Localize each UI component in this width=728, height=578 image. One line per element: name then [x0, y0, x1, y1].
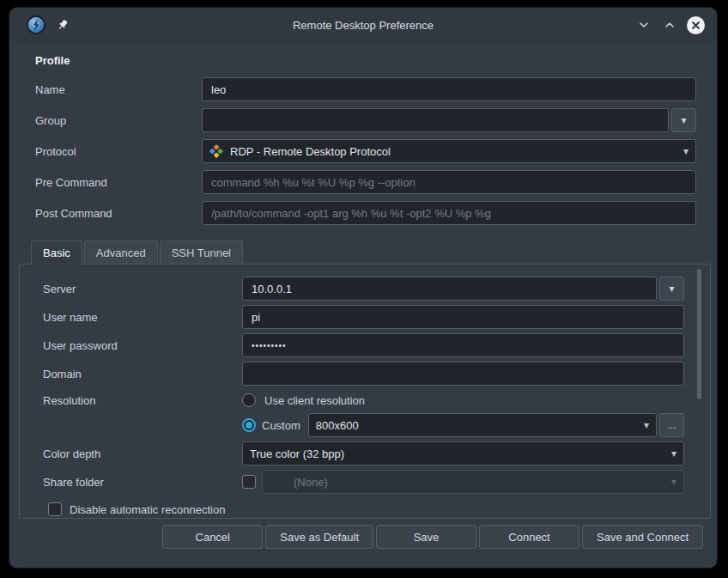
save-and-connect-button[interactable]: Save and Connect: [582, 525, 703, 549]
pre-command-label: Pre Command: [35, 176, 202, 189]
dialog-button-row: Cancel Save as Default Save Connect Save…: [35, 525, 703, 549]
chevron-down-icon: ▾: [681, 114, 686, 126]
basic-tab-panel: Server ▾ User name User password: [19, 264, 711, 519]
color-depth-value: True color (32 bpp): [250, 447, 344, 460]
chevron-down-icon: ▾: [671, 448, 676, 459]
chevron-down-icon: ▾: [671, 477, 676, 487]
profile-section-heading: Profile: [35, 54, 696, 67]
custom-resolution-radio[interactable]: [242, 418, 256, 432]
tab-advanced[interactable]: Advanced: [84, 240, 158, 264]
post-command-input[interactable]: [202, 201, 696, 225]
pre-command-row: Pre Command: [35, 170, 696, 194]
share-folder-select: (None) ▾: [262, 470, 684, 494]
use-client-resolution-radio[interactable]: [242, 393, 256, 407]
use-client-resolution-label: Use client resolution: [264, 394, 365, 407]
resolution-more-button[interactable]: ...: [659, 413, 684, 437]
tab-ssh-tunnel[interactable]: SSH Tunnel: [160, 240, 243, 264]
color-depth-row: Color depth True color (32 bpp) ▾: [43, 441, 684, 465]
custom-resolution-value: 800x600: [316, 419, 359, 432]
username-label: User name: [43, 311, 242, 324]
protocol-select[interactable]: RDP - Remote Desktop Protocol ▾: [202, 139, 696, 163]
custom-resolution-label: Custom: [262, 419, 300, 432]
tab-bar: Basic Advanced SSH Tunnel: [31, 240, 711, 264]
color-depth-select[interactable]: True color (32 bpp) ▾: [242, 441, 684, 465]
vertical-scrollbar[interactable]: [697, 269, 701, 399]
settings-notebook: Basic Advanced SSH Tunnel Server ▾ User …: [19, 240, 711, 519]
domain-label: Domain: [43, 368, 242, 380]
password-row: User password: [43, 333, 684, 357]
disable-reconnect-row: Disable automatic reconnection: [48, 502, 684, 516]
group-row: Group ▾: [35, 108, 696, 132]
close-button[interactable]: [687, 16, 705, 34]
group-input[interactable]: [202, 108, 669, 132]
username-input[interactable]: [242, 305, 684, 329]
chevron-down-icon: ▾: [683, 146, 689, 156]
name-input[interactable]: [202, 77, 696, 101]
window-controls: [635, 16, 705, 34]
maximize-chevron-up-icon[interactable]: [661, 16, 678, 33]
remote-desktop-preference-dialog: Remote Desktop Preference Profile Name G…: [9, 7, 718, 569]
password-input[interactable]: [242, 333, 684, 357]
domain-input[interactable]: [242, 362, 684, 386]
dialog-content: Profile Name Group ▾ Protocol: [9, 42, 717, 549]
pre-command-input[interactable]: [202, 170, 696, 194]
group-dropdown-button[interactable]: ▾: [671, 108, 696, 132]
post-command-label: Post Command: [35, 207, 202, 220]
tab-basic[interactable]: Basic: [31, 240, 82, 265]
password-label: User password: [43, 339, 242, 352]
server-dropdown-button[interactable]: ▾: [659, 277, 684, 301]
custom-resolution-select[interactable]: 800x600 ▾: [308, 413, 657, 437]
save-button[interactable]: Save: [376, 525, 476, 549]
chevron-down-icon: ▾: [644, 420, 649, 430]
resolution-row-client: Resolution Use client resolution: [43, 390, 684, 411]
post-command-row: Post Command: [35, 201, 696, 225]
window-title: Remote Desktop Preference: [9, 19, 717, 32]
domain-row: Domain: [43, 362, 684, 386]
share-folder-value: (None): [270, 476, 328, 489]
pin-icon[interactable]: [56, 18, 70, 32]
protocol-label: Protocol: [35, 145, 202, 158]
group-label: Group: [35, 114, 202, 127]
chevron-down-icon: ▾: [669, 283, 674, 295]
server-label: Server: [43, 283, 242, 295]
server-row: Server ▾: [43, 277, 684, 301]
rdp-protocol-icon: [209, 144, 223, 158]
share-folder-checkbox[interactable]: [242, 475, 256, 489]
disable-reconnect-checkbox[interactable]: [48, 502, 62, 516]
disable-reconnect-label: Disable automatic reconnection: [70, 503, 225, 516]
name-row: Name: [35, 77, 696, 101]
save-as-default-button[interactable]: Save as Default: [265, 525, 373, 549]
minimize-chevron-down-icon[interactable]: [635, 16, 652, 33]
protocol-row: Protocol RDP - Remote Desktop Protocol ▾: [35, 139, 696, 163]
color-depth-label: Color depth: [43, 447, 242, 460]
server-input[interactable]: [242, 277, 657, 301]
name-label: Name: [35, 83, 202, 96]
share-folder-row: Share folder (None) ▾: [43, 470, 684, 494]
cancel-button[interactable]: Cancel: [162, 525, 263, 549]
connect-button[interactable]: Connect: [479, 525, 579, 549]
remmina-app-icon: [27, 15, 46, 34]
protocol-value: RDP - Remote Desktop Protocol: [230, 145, 391, 158]
titlebar: Remote Desktop Preference: [9, 8, 717, 42]
share-folder-label: Share folder: [43, 476, 242, 489]
resolution-label: Resolution: [43, 394, 242, 407]
username-row: User name: [43, 305, 684, 329]
resolution-row-custom: Custom 800x600 ▾ ...: [43, 413, 684, 437]
